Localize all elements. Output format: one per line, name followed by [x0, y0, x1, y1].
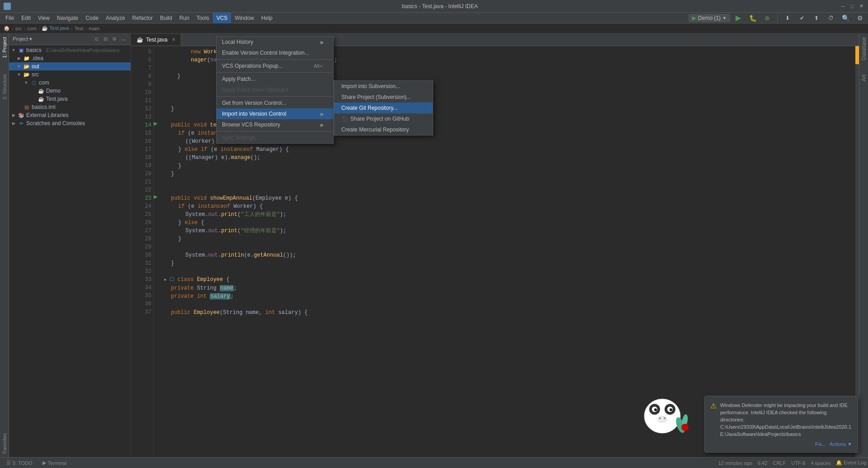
local-history-arrow: ▶	[321, 40, 324, 45]
terminal-tab[interactable]: ▶ Terminal	[38, 458, 71, 468]
vcs-local-history[interactable]: Local History ▶	[217, 37, 333, 47]
vcs-apply-patch[interactable]: Apply Patch...	[217, 74, 333, 84]
vcs-update-button[interactable]: ⬇	[781, 12, 794, 24]
menu-edit[interactable]: Edit	[18, 13, 34, 23]
breadcrumb-item-src[interactable]: src	[15, 26, 22, 31]
menu-tools[interactable]: Tools	[193, 13, 213, 23]
code-line-31: }	[164, 259, 852, 267]
tree-demo[interactable]: ▶ ☕ Demo	[9, 87, 131, 95]
breadcrumb-item-main[interactable]: main	[89, 26, 99, 31]
tree-root-basics[interactable]: ▼ ▣ basics E:\JavaSoftware\IdeaProjects\…	[9, 46, 131, 54]
settings-icon[interactable]: ⚙	[111, 36, 118, 43]
vcs-history-button[interactable]: ⏱	[825, 12, 837, 24]
code-line-34: private String name;	[164, 284, 852, 292]
sub-share-subversion[interactable]: Share Project (Subversion)...	[334, 92, 433, 103]
import-vc-arrow: ▶	[321, 112, 324, 117]
menu-help[interactable]: Help	[258, 13, 276, 23]
locate-icon[interactable]: ⊙	[93, 36, 100, 43]
run-config-selector[interactable]: ▶ Demo (1) ▼	[689, 14, 730, 22]
tree-basicsiml[interactable]: ▶ ▤ basics.iml	[9, 103, 131, 111]
import-into-vc-label: Import into Version Control	[222, 111, 286, 117]
module-icon-basics: ▣	[18, 47, 24, 53]
menu-vcs[interactable]: VCS	[213, 13, 231, 23]
database-icon[interactable]: Database	[860, 35, 868, 62]
menu-run[interactable]: Run	[176, 13, 193, 23]
code-line-29	[164, 243, 852, 251]
breadcrumb-item-testjava[interactable]: ☕ Test.java	[42, 25, 69, 31]
tree-scratches[interactable]: ▶ ✏ Scratches and Consoles	[9, 119, 131, 127]
status-crlf[interactable]: CRLF	[773, 460, 786, 466]
tree-external-libs[interactable]: ▶ 📚 External Libraries	[9, 111, 131, 119]
editor-tab-testjava[interactable]: ☕ Test.java ✕	[131, 34, 181, 46]
sub-share-github[interactable]: ⚫ Share Project on GitHub	[334, 113, 433, 124]
menu-analyze[interactable]: Analyze	[102, 13, 129, 23]
menu-navigate[interactable]: Navigate	[53, 13, 82, 23]
tree-label-scratches: Scratches and Consoles	[26, 120, 85, 126]
fix-button[interactable]: Fix...	[815, 441, 826, 447]
tree-com[interactable]: ▼ ⬡ com	[9, 79, 131, 87]
vcs-menu: Local History ▶ Enable Version Control I…	[216, 36, 334, 144]
svg-point-5	[654, 408, 657, 411]
status-indent[interactable]: 4 spaces	[811, 460, 830, 466]
java-icon-test: ☕	[38, 96, 44, 102]
hide-panel-icon[interactable]: —	[120, 36, 127, 43]
vcs-operations-popup[interactable]: VCS Operations Popup... Alt+`	[217, 61, 333, 71]
menu-build[interactable]: Build	[156, 13, 176, 23]
code-line-23: public void showEmpAnnual(Employee e) {	[164, 194, 852, 202]
project-panel-title: Project ▾	[13, 36, 90, 42]
favorites-tab[interactable]: Favorites	[0, 430, 9, 457]
event-log[interactable]: 🔔 Event Log	[836, 460, 866, 466]
coverage-button[interactable]: ⊕	[761, 12, 774, 24]
sub-create-mercurial[interactable]: Create Mercurial Repository	[334, 124, 433, 135]
vcs-enable-vci[interactable]: Enable Version Control Integration...	[217, 47, 333, 58]
tree-out[interactable]: ▼ 📂 out	[9, 62, 131, 70]
vcs-push-button[interactable]: ⬆	[810, 12, 823, 24]
tree-label-src: src	[32, 71, 39, 78]
breadcrumb-item-basics[interactable]: 🏠	[4, 25, 10, 31]
search-everywhere-button[interactable]: 🔍	[839, 12, 852, 24]
expand-collapse-icon[interactable]: ⊟	[102, 36, 109, 43]
menu-refactor[interactable]: Refactor	[129, 13, 156, 23]
vcs-browse-repository[interactable]: Browse VCS Repository ▶	[217, 119, 333, 130]
sub-create-git[interactable]: Create Git Repository...	[334, 103, 433, 113]
code-line-36	[164, 300, 852, 309]
debug-button[interactable]: 🐛	[746, 12, 759, 24]
settings-button[interactable]: ⚙	[854, 12, 866, 24]
vcs-import-into-vc[interactable]: Import into Version Control ▶	[217, 108, 333, 119]
tree-arrow-scratches: ▶	[11, 121, 16, 126]
tab-close-icon[interactable]: ✕	[172, 37, 175, 42]
run-button[interactable]: ▶	[732, 12, 745, 24]
tree-label-idea: .idea	[32, 55, 43, 61]
svg-point-7	[658, 416, 667, 422]
art-icon[interactable]: Art	[860, 73, 868, 83]
menu-view[interactable]: View	[34, 13, 53, 23]
package-icon-com: ⬡	[31, 80, 37, 86]
tree-idea[interactable]: ▶ 📁 .idea	[9, 54, 131, 62]
minimize-button[interactable]: ─	[840, 3, 846, 9]
vcs-get-from-vc[interactable]: Get from Version Control...	[217, 98, 333, 108]
code-line-33: ● ⬡ class Employee {	[164, 276, 852, 284]
breadcrumb-item-com[interactable]: com	[27, 26, 37, 31]
tree-src[interactable]: ▼ 📂 src	[9, 70, 131, 79]
menu-sep-4	[217, 131, 333, 131]
tree-testjava[interactable]: ▶ ☕ Test.java	[9, 95, 131, 103]
actions-button[interactable]: Actions ▼	[830, 441, 852, 447]
tab-label: Test.java	[146, 37, 167, 43]
status-encoding[interactable]: UTF-8	[791, 460, 805, 466]
code-line-24: if (e instanceof Worker) {	[164, 202, 852, 211]
menu-code[interactable]: Code	[82, 13, 102, 23]
menu-file[interactable]: File	[2, 13, 18, 23]
structure-tab[interactable]: 2: Structure	[0, 70, 9, 103]
todo-tab[interactable]: ☰ 5: TODO	[2, 458, 37, 468]
close-button[interactable]: ✕	[858, 3, 864, 9]
menu-window[interactable]: Window	[231, 13, 258, 23]
bottom-tabs-bar: ☰ 5: TODO ▶ Terminal 12 minutes ago 6:42…	[0, 457, 868, 468]
vcs-commit-button[interactable]: ✔	[796, 12, 808, 24]
sub-import-subversion[interactable]: Import into Subversion...	[334, 81, 433, 92]
project-tab[interactable]: 1: Project	[0, 33, 9, 61]
breadcrumb-item-test[interactable]: Test	[74, 26, 83, 31]
panda-mascot	[633, 391, 692, 441]
maximize-button[interactable]: □	[849, 3, 855, 9]
browse-repo-arrow: ▶	[321, 122, 324, 127]
scratch-icon: ✏	[18, 120, 24, 126]
